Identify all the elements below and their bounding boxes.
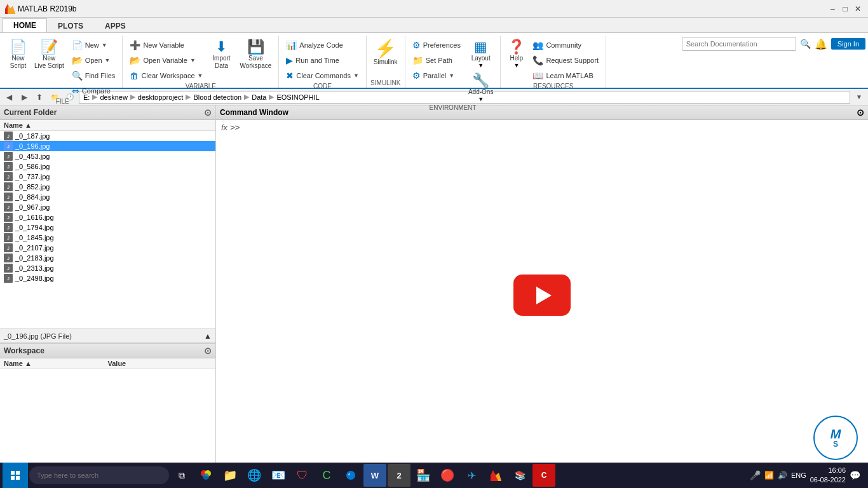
- taskbar-app-word[interactable]: W: [363, 464, 386, 487]
- help-button[interactable]: ❓ Help ▼: [505, 38, 528, 71]
- taskbar-app-chrome[interactable]: 🔴: [436, 464, 459, 487]
- file-item-1[interactable]: J _0_196.jpg: [0, 141, 215, 151]
- taskbar-app-mail[interactable]: 📧: [267, 464, 290, 487]
- preferences-button[interactable]: ⚙ Preferences: [409, 38, 464, 52]
- addr-part-eosinophil[interactable]: EOSINOPHIL: [276, 93, 319, 101]
- youtube-play-button[interactable]: [513, 274, 571, 316]
- compare-button[interactable]: ⇔ Compare: [69, 84, 119, 98]
- youtube-overlay[interactable]: [498, 264, 587, 327]
- current-folder-panel: Current Folder ⊙ Name ▲ J _0_187.jpg J _…: [0, 105, 215, 343]
- taskbar-app-colorful[interactable]: [194, 464, 217, 487]
- add-ons-button[interactable]: 🔧 Add-Ons ▼: [465, 72, 496, 104]
- file-item-4[interactable]: J _0_737.jpg: [0, 172, 215, 182]
- new-variable-button[interactable]: ➕ New Variable: [126, 38, 206, 52]
- taskbar-task-view[interactable]: ⧉: [170, 464, 193, 487]
- file-item-0[interactable]: J _0_187.jpg: [0, 131, 215, 141]
- clear-commands-button[interactable]: ✖ Clear Commands ▼: [283, 69, 362, 83]
- run-and-time-button[interactable]: ▶ Run and Time: [283, 53, 362, 67]
- taskbar-search-input[interactable]: [29, 466, 169, 484]
- taskbar-app-browser[interactable]: 🌐: [243, 464, 266, 487]
- tab-apps[interactable]: APPS: [94, 18, 137, 32]
- file-item-9[interactable]: J _0_1794.jpg: [0, 222, 215, 233]
- request-support-button[interactable]: 📞 Request Support: [529, 53, 602, 67]
- file-item-10[interactable]: J _0_1845.jpg: [0, 233, 215, 243]
- file-item-11[interactable]: J _0_2107.jpg: [0, 243, 215, 253]
- file-item-3[interactable]: J _0_586.jpg: [0, 161, 215, 172]
- file-detail-collapse-icon[interactable]: ▲: [204, 332, 212, 341]
- file-item-13[interactable]: J _0_2313.jpg: [0, 263, 215, 273]
- taskbar-app-2[interactable]: 2: [388, 464, 410, 487]
- taskbar-sound-icon[interactable]: 🔊: [778, 471, 787, 480]
- taskbar-network-icon[interactable]: 📶: [764, 471, 774, 480]
- file-item-2[interactable]: J _0_453.jpg: [0, 151, 215, 161]
- taskbar-app-green[interactable]: C: [315, 464, 338, 487]
- open-variable-button[interactable]: 📂 Open Variable ▼: [126, 53, 206, 67]
- taskbar-app-books[interactable]: 📚: [508, 464, 531, 487]
- taskbar-app-red-square[interactable]: C: [532, 464, 555, 487]
- workspace-options-icon[interactable]: ⊙: [204, 346, 212, 356]
- taskbar-app-shield[interactable]: 🛡: [291, 464, 314, 487]
- close-button[interactable]: ✕: [853, 4, 863, 14]
- minimize-button[interactable]: −: [827, 4, 837, 14]
- addr-part-data[interactable]: Data: [252, 93, 266, 101]
- tab-plots[interactable]: PLOTS: [47, 18, 94, 32]
- taskbar-app-store[interactable]: 🏪: [412, 464, 435, 487]
- workspace-header[interactable]: Workspace ⊙: [0, 344, 215, 358]
- file-icon-6: J: [4, 193, 13, 201]
- new-button[interactable]: 📄 New ▼: [69, 38, 119, 52]
- command-window-expand-icon[interactable]: ⊙: [857, 107, 864, 118]
- addr-part-desktopproject[interactable]: desktopproject: [138, 93, 184, 101]
- app-title: MATLAB R2019b: [18, 4, 77, 13]
- taskbar-clock[interactable]: 16:06 06-08-2022: [810, 466, 846, 485]
- fx-label: fx: [221, 123, 227, 132]
- maximize-button[interactable]: □: [840, 4, 850, 14]
- set-path-button[interactable]: 📁 Set Path: [409, 53, 464, 67]
- open-button[interactable]: 📂 Open ▼: [69, 53, 119, 67]
- find-files-button[interactable]: 🔍 Find Files: [69, 69, 119, 83]
- taskbar-app-matlab[interactable]: [484, 464, 507, 487]
- taskbar-app-folder[interactable]: 📁: [219, 464, 241, 487]
- file-item-12[interactable]: J _0_2183.jpg: [0, 253, 215, 263]
- community-button[interactable]: 👥 Community: [529, 38, 602, 52]
- file-item-6[interactable]: J _0_884.jpg: [0, 192, 215, 202]
- taskbar-app-edge[interactable]: [339, 464, 362, 487]
- notification-icon[interactable]: 🔔: [815, 38, 827, 50]
- addr-part-blood-detection[interactable]: Blood detection: [193, 93, 241, 101]
- simulink-button[interactable]: ⚡ Simulink: [370, 38, 401, 68]
- current-folder-options-icon[interactable]: ⊙: [204, 107, 212, 118]
- new-live-script-button[interactable]: 📝 NewLive Script: [31, 38, 67, 72]
- clear-workspace-button[interactable]: 🗑 Clear Workspace ▼: [126, 69, 206, 83]
- taskbar-notification-icon[interactable]: 💬: [850, 470, 860, 480]
- folder-col-name[interactable]: Name ▲: [4, 121, 32, 129]
- file-item-14[interactable]: J _0_2498.jpg: [0, 273, 215, 283]
- taskbar-mic-icon[interactable]: 🎤: [750, 470, 761, 480]
- variable-group-label: VARIABLE: [126, 83, 275, 91]
- import-data-button[interactable]: ⬇ ImportData: [207, 38, 235, 72]
- workspace-col-name[interactable]: Name ▲: [4, 360, 108, 367]
- taskbar-lang[interactable]: ENG: [791, 471, 806, 479]
- current-folder-header[interactable]: Current Folder ⊙: [0, 105, 215, 120]
- tab-home[interactable]: HOME: [3, 18, 47, 32]
- workspace-title: Workspace: [4, 346, 44, 355]
- svg-marker-1: [8, 4, 15, 14]
- layout-button[interactable]: ▦ Layout ▼: [465, 38, 496, 71]
- start-button[interactable]: [3, 463, 28, 488]
- learn-matlab-button[interactable]: 📖 Learn MATLAB: [529, 69, 602, 83]
- address-expand-button[interactable]: ▼: [853, 91, 865, 104]
- new-script-button[interactable]: 📄 NewScript: [6, 38, 30, 72]
- file-item-5[interactable]: J _0_852.jpg: [0, 182, 215, 192]
- main-layout: Current Folder ⊙ Name ▲ J _0_187.jpg J _…: [0, 105, 868, 470]
- search-documentation-input[interactable]: [682, 37, 796, 51]
- ribbon-group-environment: ⚙ Preferences 📁 Set Path ⚙ Parallel ▼ ▦ …: [405, 36, 501, 88]
- search-documentation-icon[interactable]: 🔍: [800, 39, 811, 49]
- matlab-logo-icon: [5, 4, 15, 14]
- file-item-7[interactable]: J _0_967.jpg: [0, 202, 215, 212]
- command-window-body[interactable]: fx >> M S: [216, 120, 868, 470]
- analyze-code-button[interactable]: 📊 Analyze Code: [283, 38, 362, 52]
- watermark-letter-s: S: [833, 440, 838, 448]
- sign-in-button[interactable]: Sign In: [831, 38, 865, 50]
- taskbar-app-telegram[interactable]: ✈: [460, 464, 483, 487]
- save-workspace-button[interactable]: 💾 SaveWorkspace: [236, 38, 275, 72]
- file-item-8[interactable]: J _0_1616.jpg: [0, 212, 215, 222]
- parallel-button[interactable]: ⚙ Parallel ▼: [409, 69, 464, 83]
